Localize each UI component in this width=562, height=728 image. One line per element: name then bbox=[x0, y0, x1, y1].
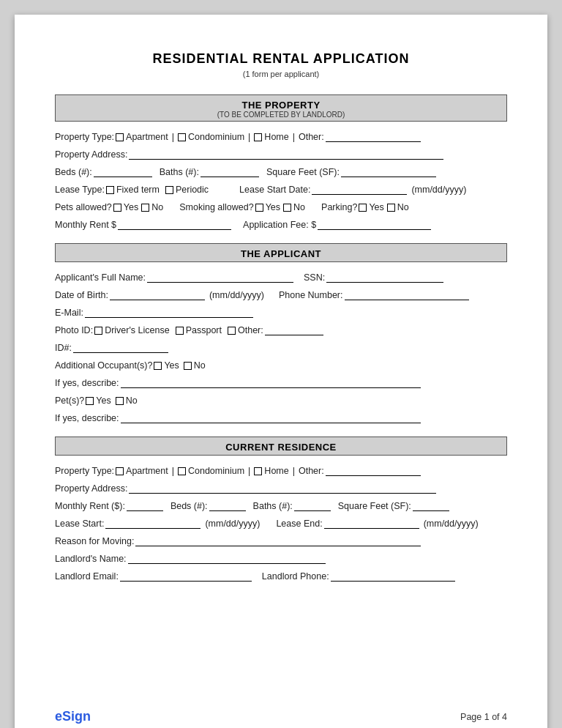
esign-e: e bbox=[55, 709, 62, 724]
photo-id-line: Photo ID: Driver's License Passport Othe… bbox=[55, 325, 507, 335]
cr-home-checkbox[interactable] bbox=[254, 467, 262, 475]
cr-lease-start-field[interactable] bbox=[105, 519, 201, 529]
phone-field[interactable] bbox=[345, 290, 469, 300]
reason-moving-field[interactable] bbox=[135, 536, 421, 546]
photo-other-field[interactable] bbox=[265, 325, 323, 335]
landlord-email-field[interactable] bbox=[120, 571, 252, 582]
apartment-checkbox[interactable] bbox=[116, 133, 124, 141]
home-checkbox[interactable] bbox=[254, 133, 262, 141]
landlord-phone-field[interactable] bbox=[331, 571, 455, 582]
dob-phone-line: Date of Birth: (mm/dd/yyyy) Phone Number… bbox=[55, 290, 507, 300]
cr-baths-field[interactable] bbox=[294, 501, 331, 511]
baths-field[interactable] bbox=[201, 167, 259, 177]
pets-describe-field[interactable] bbox=[121, 413, 421, 423]
lease-start-field[interactable] bbox=[312, 185, 407, 195]
passport-checkbox[interactable] bbox=[176, 327, 184, 335]
current-residence-section-body: Property Type: Apartment | Condominium |… bbox=[55, 466, 507, 582]
cr-property-address-field[interactable] bbox=[129, 483, 436, 494]
cr-rent-beds-baths-line: Monthly Rent ($): Beds (#): Baths (#): S… bbox=[55, 501, 507, 511]
applicant-pets-yes-checkbox[interactable] bbox=[86, 397, 94, 405]
document-page: RESIDENTIAL RENTAL APPLICATION (1 form p… bbox=[15, 15, 547, 728]
document-title: RESIDENTIAL RENTAL APPLICATION bbox=[55, 51, 507, 67]
occupants-yes-checkbox[interactable] bbox=[154, 362, 162, 370]
property-section-header: THE PROPERTY (TO BE COMPLETED BY LANDLOR… bbox=[55, 94, 507, 122]
property-type-label: Property Type: bbox=[55, 132, 114, 142]
occupants-line: Additional Occupant(s)? Yes No bbox=[55, 360, 507, 371]
pets-no-checkbox[interactable] bbox=[141, 204, 149, 212]
cr-sqft-field[interactable] bbox=[413, 501, 449, 511]
dob-field[interactable] bbox=[110, 290, 205, 300]
cr-property-type-line: Property Type: Apartment | Condominium |… bbox=[55, 466, 507, 476]
cr-rent-field[interactable] bbox=[127, 501, 163, 511]
occupants-describe-line: If yes, describe: bbox=[55, 378, 507, 388]
monthly-rent-field[interactable] bbox=[118, 220, 231, 230]
esign-logo: eSign bbox=[55, 709, 91, 724]
beds-field[interactable] bbox=[94, 167, 152, 177]
periodic-checkbox[interactable] bbox=[165, 186, 173, 194]
property-header-title: THE PROPERTY bbox=[56, 100, 506, 111]
pets-describe-line: If yes, describe: bbox=[55, 413, 507, 423]
cr-apartment-checkbox[interactable] bbox=[116, 467, 124, 475]
applicant-name-ssn-line: Applicant's Full Name: SSN: bbox=[55, 272, 507, 283]
applicant-pets-line: Pet(s)? Yes No bbox=[55, 395, 507, 406]
cr-condominium-checkbox[interactable] bbox=[178, 467, 186, 475]
id-number-field[interactable] bbox=[73, 343, 168, 353]
condominium-checkbox[interactable] bbox=[178, 133, 186, 141]
property-header-sub: (TO BE COMPLETED BY LANDLORD) bbox=[56, 111, 506, 119]
smoking-no-checkbox[interactable] bbox=[283, 204, 291, 212]
page-number: Page 1 of 4 bbox=[460, 712, 507, 722]
applicant-section-header: THE APPLICANT bbox=[55, 243, 507, 262]
property-address-field[interactable] bbox=[129, 149, 443, 160]
smoking-yes-checkbox[interactable] bbox=[255, 204, 263, 212]
beds-baths-sqft-line: Beds (#): Baths (#): Square Feet (SF): bbox=[55, 167, 507, 177]
applicant-name-field[interactable] bbox=[147, 272, 293, 283]
pets-smoking-parking-line: Pets allowed? Yes No Smoking allowed? Ye… bbox=[55, 202, 507, 212]
cr-lease-end-field[interactable] bbox=[324, 519, 419, 529]
fixed-term-checkbox[interactable] bbox=[106, 186, 114, 194]
pets-yes-checkbox[interactable] bbox=[113, 204, 121, 212]
applicant-pets-no-checkbox[interactable] bbox=[116, 397, 124, 405]
footer: eSign Page 1 of 4 bbox=[55, 709, 507, 724]
property-other-field[interactable] bbox=[326, 132, 421, 142]
drivers-license-checkbox[interactable] bbox=[94, 327, 102, 335]
lease-type-line: Lease Type: Fixed term Periodic Lease St… bbox=[55, 185, 507, 195]
parking-yes-checkbox[interactable] bbox=[359, 204, 367, 212]
ssn-field[interactable] bbox=[326, 272, 443, 283]
applicant-header-title: THE APPLICANT bbox=[56, 248, 506, 259]
rent-fee-line: Monthly Rent $ Application Fee: $ bbox=[55, 220, 507, 230]
current-residence-section-header: CURRENT RESIDENCE bbox=[55, 437, 507, 456]
property-address-line: Property Address: bbox=[55, 149, 507, 160]
sqft-field[interactable] bbox=[341, 167, 436, 177]
parking-no-checkbox[interactable] bbox=[387, 204, 395, 212]
email-line: E-Mail: bbox=[55, 308, 507, 318]
photo-other-checkbox[interactable] bbox=[228, 327, 236, 335]
property-section-body: Property Type: Apartment | Condominium |… bbox=[55, 132, 507, 230]
cr-lease-dates-line: Lease Start: (mm/dd/yyyy) Lease End: (mm… bbox=[55, 519, 507, 529]
id-number-line: ID#: bbox=[55, 343, 507, 353]
property-type-line: Property Type: Apartment | Condominium |… bbox=[55, 132, 507, 142]
cr-beds-field[interactable] bbox=[209, 501, 246, 511]
cr-property-other-field[interactable] bbox=[326, 466, 421, 476]
landlord-name-line: Landlord's Name: bbox=[55, 554, 507, 564]
occupants-describe-field[interactable] bbox=[121, 378, 421, 388]
current-residence-header-title: CURRENT RESIDENCE bbox=[56, 442, 506, 453]
applicant-section-body: Applicant's Full Name: SSN: Date of Birt… bbox=[55, 272, 507, 423]
reason-moving-line: Reason for Moving: bbox=[55, 536, 507, 546]
document-subtitle: (1 form per applicant) bbox=[55, 70, 507, 78]
cr-property-address-line: Property Address: bbox=[55, 483, 507, 494]
app-fee-field[interactable] bbox=[318, 220, 431, 230]
esign-sign: Sign bbox=[62, 709, 91, 724]
landlord-name-field[interactable] bbox=[128, 554, 326, 564]
email-field[interactable] bbox=[85, 308, 253, 318]
occupants-no-checkbox[interactable] bbox=[184, 362, 192, 370]
landlord-email-phone-line: Landlord Email: Landlord Phone: bbox=[55, 571, 507, 582]
